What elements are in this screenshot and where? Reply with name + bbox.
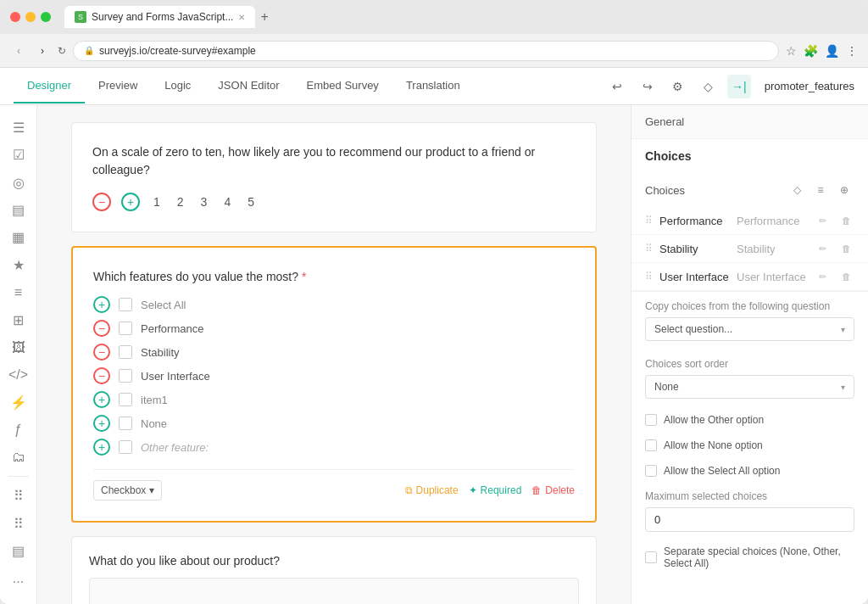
- cb-user-interface-box[interactable]: [119, 369, 132, 383]
- choice-name-performance: Performance: [659, 215, 730, 227]
- tab-logic[interactable]: Logic: [151, 69, 204, 103]
- add-other-btn[interactable]: +: [93, 439, 110, 456]
- delete-button[interactable]: 🗑 Delete: [531, 484, 575, 496]
- sidebar-icon-checkbox[interactable]: ☑: [5, 143, 32, 166]
- cb-select-all-box[interactable]: [119, 298, 132, 311]
- rating-minus-btn[interactable]: −: [92, 193, 111, 211]
- new-tab-button[interactable]: +: [257, 6, 271, 28]
- sidebar-icon-dots1[interactable]: ⠿: [5, 484, 32, 507]
- sort-order-select[interactable]: None ▾: [645, 375, 854, 399]
- forward-button[interactable]: ›: [34, 42, 51, 59]
- add-item1-btn[interactable]: +: [93, 391, 110, 408]
- question-3-text: What do you like about our product?: [89, 554, 579, 568]
- add-none-btn[interactable]: +: [93, 415, 110, 432]
- sidebar-icon-circle[interactable]: ◎: [5, 171, 32, 194]
- sidebar-icon-image[interactable]: 🖼: [5, 335, 32, 359]
- drag-icon[interactable]: ⠿: [645, 215, 653, 226]
- sidebar-icon-menu[interactable]: ☰: [5, 115, 32, 139]
- panel-general-section: General: [632, 105, 868, 139]
- tab-favicon: S: [75, 11, 86, 23]
- separate-special-checkbox[interactable]: [645, 551, 657, 563]
- allow-other-row: Allow the Other option: [632, 407, 868, 433]
- browser-actions: ☆ 🧩 👤 ⋮: [786, 44, 858, 58]
- close-button[interactable]: [10, 12, 20, 22]
- sidebar-icon-panel[interactable]: ▤: [5, 539, 32, 562]
- choices-add-btn[interactable]: ⊕: [834, 180, 854, 200]
- sidebar-icon-dots2[interactable]: ⠿: [5, 512, 32, 535]
- max-choices-input[interactable]: 0: [645, 507, 854, 532]
- cb-stability-box[interactable]: [119, 345, 132, 359]
- tab-translation[interactable]: Translation: [392, 69, 474, 103]
- tab-embed-survey[interactable]: Embed Survey: [293, 69, 392, 103]
- drag-icon[interactable]: ⠿: [645, 271, 653, 282]
- add-select-all-btn[interactable]: +: [93, 296, 110, 313]
- separate-special-label: Separate special choices (None, Other, S…: [664, 545, 854, 569]
- maximize-button[interactable]: [41, 12, 51, 22]
- right-panel-toggle[interactable]: →|: [727, 75, 751, 98]
- remove-user-interface-btn[interactable]: −: [93, 367, 110, 384]
- undo-button[interactable]: ↩: [605, 75, 629, 98]
- remove-stability-btn[interactable]: −: [93, 344, 110, 361]
- browser-tab[interactable]: S Survey and Forms JavaScript... ✕: [64, 6, 255, 28]
- menu-icon[interactable]: ⋮: [846, 44, 858, 58]
- question-card-1: On a scale of zero to ten, how likely ar…: [71, 122, 597, 232]
- settings-button[interactable]: ⚙: [666, 75, 690, 98]
- drag-icon[interactable]: ⠿: [645, 243, 653, 254]
- card-type-selector[interactable]: Checkbox ▾: [93, 480, 162, 501]
- choice-delete-user-interface[interactable]: 🗑: [837, 268, 854, 285]
- rating-plus-btn[interactable]: +: [121, 193, 140, 211]
- refresh-button[interactable]: ↻: [58, 45, 66, 57]
- bookmark-icon[interactable]: ☆: [786, 44, 797, 58]
- max-choices-field: Maximum selected choices 0: [632, 484, 868, 539]
- separate-special-row: Separate special choices (None, Other, S…: [632, 539, 868, 576]
- required-button[interactable]: ✦ Required: [469, 484, 522, 496]
- choices-clear-btn[interactable]: ◇: [787, 180, 807, 200]
- clear-button[interactable]: ◇: [697, 75, 721, 98]
- sidebar-icon-table[interactable]: ⊞: [5, 308, 32, 332]
- remove-performance-btn[interactable]: −: [93, 320, 110, 337]
- rating-row: − + 1 2 3 4 5: [92, 193, 576, 211]
- sidebar-icon-grid[interactable]: ▦: [5, 226, 32, 249]
- card-actions: ⧉ Duplicate ✦ Required 🗑 Delete: [405, 484, 575, 496]
- copy-choices-select[interactable]: Select question... ▾: [645, 317, 854, 341]
- choice-edit-performance[interactable]: ✏: [814, 212, 831, 229]
- sidebar-icon-lines[interactable]: ≡: [5, 281, 32, 305]
- choice-value-performance: Performance: [737, 215, 807, 227]
- lock-icon: 🔒: [84, 46, 94, 55]
- choice-edit-user-interface[interactable]: ✏: [814, 268, 831, 285]
- choice-edit-stability[interactable]: ✏: [814, 240, 831, 257]
- tab-close-button[interactable]: ✕: [238, 13, 245, 22]
- extension-icon[interactable]: 🧩: [804, 44, 818, 58]
- duplicate-icon: ⧉: [405, 484, 413, 496]
- cb-performance-box[interactable]: [119, 322, 132, 335]
- cb-none-box[interactable]: [119, 417, 132, 430]
- sidebar-icon-folder[interactable]: 🗂: [5, 445, 32, 469]
- tab-preview[interactable]: Preview: [85, 69, 151, 103]
- question-3-textarea[interactable]: [89, 578, 579, 604]
- sidebar-icon-star[interactable]: ★: [5, 253, 32, 277]
- back-button[interactable]: ‹: [10, 42, 27, 59]
- cb-other-box[interactable]: [119, 440, 132, 454]
- sidebar-icon-more[interactable]: ···: [5, 570, 32, 594]
- tab-json-editor[interactable]: JSON Editor: [204, 69, 292, 103]
- duplicate-button[interactable]: ⧉ Duplicate: [405, 484, 459, 496]
- allow-other-checkbox[interactable]: [645, 414, 657, 426]
- choice-delete-performance[interactable]: 🗑: [837, 212, 854, 229]
- choices-list-btn[interactable]: ≡: [810, 180, 831, 200]
- sidebar-icon-lightning[interactable]: ⚡: [5, 390, 32, 414]
- minimize-button[interactable]: [25, 12, 36, 22]
- url-input[interactable]: 🔒 surveyjs.io/create-survey#example: [73, 41, 779, 61]
- copy-choices-label: Copy choices from the following question: [645, 300, 854, 312]
- tab-designer[interactable]: Designer: [14, 69, 85, 103]
- choice-delete-stability[interactable]: 🗑: [837, 240, 854, 257]
- app: Designer Preview Logic JSON Editor Embed…: [0, 68, 868, 604]
- sidebar-icon-list[interactable]: ▤: [5, 198, 32, 221]
- sidebar-icon-code[interactable]: </>: [5, 363, 32, 387]
- cb-item1-box[interactable]: [119, 393, 132, 406]
- allow-none-checkbox[interactable]: [645, 439, 657, 451]
- choice-row-performance: ⠿ Performance Performance ✏ 🗑: [632, 207, 868, 235]
- allow-selectall-checkbox[interactable]: [645, 465, 657, 477]
- profile-icon[interactable]: 👤: [825, 44, 839, 58]
- sidebar-icon-function[interactable]: ƒ: [5, 418, 32, 442]
- redo-button[interactable]: ↪: [636, 75, 659, 98]
